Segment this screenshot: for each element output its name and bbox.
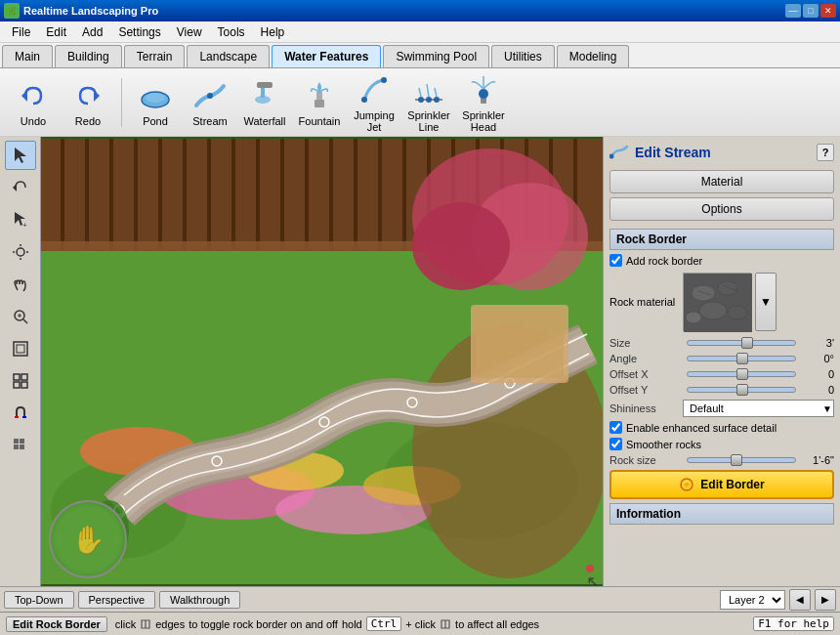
extra-tool[interactable] [5,431,36,460]
pan-tool[interactable] [5,237,36,267]
hand-tool[interactable] [5,270,36,299]
tab-landscape[interactable]: Landscape [187,45,270,67]
offset-x-slider[interactable] [687,371,796,377]
offset-x-thumb[interactable] [736,368,748,380]
stream-button[interactable]: Stream [185,74,235,131]
smoother-checkbox[interactable] [609,438,622,450]
offset-y-value: 0 [800,384,834,396]
svg-rect-9 [316,92,322,100]
svg-point-10 [361,97,367,103]
angle-thumb[interactable] [736,353,748,364]
grid-tool[interactable] [5,366,36,396]
tab-main[interactable]: Main [2,45,53,67]
svg-point-96 [686,312,701,323]
tab-water-features[interactable]: Water Features [272,45,381,67]
size-slider[interactable] [687,340,796,346]
shininess-label: Shininess [609,402,683,414]
svg-point-7 [255,96,271,104]
smoother-checkbox-row[interactable]: Smoother rocks [609,438,834,450]
maximize-button[interactable]: □ [803,4,819,18]
tab-modeling[interactable]: Modeling [557,45,630,67]
select-tool[interactable] [5,141,36,170]
app-icon: 🌿 [4,3,20,19]
shininess-select[interactable]: Default Low Medium High [683,400,834,417]
canvas-area[interactable]: ↖ ✋ [41,137,603,586]
pond-button[interactable]: Pond [130,74,181,131]
layer-select[interactable]: Layer 2 Layer 1 Layer 3 [720,590,785,610]
zoom-tool[interactable] [5,302,36,331]
svg-rect-37 [20,439,24,444]
waterfall-button[interactable]: Waterfall [239,74,290,131]
menu-file[interactable]: File [4,23,38,41]
sprinkler-head-button[interactable]: Sprinkler Head [458,74,509,131]
svg-rect-39 [20,444,24,449]
enhanced-label: Enable enhanced surface detail [626,422,777,434]
fountain-button[interactable]: Fountain [294,74,345,131]
undo-button[interactable]: Undo [8,74,59,131]
options-button[interactable]: Options [609,197,834,221]
rock-material-preview[interactable] [683,273,751,331]
offset-y-thumb[interactable] [736,384,748,396]
offset-y-slider[interactable] [687,387,796,393]
view-top-down[interactable]: Top-Down [4,591,74,609]
rock-size-slider[interactable] [687,457,796,463]
landscape-view: ↖ [41,137,603,586]
view-walkthrough[interactable]: Walkthrough [159,591,240,609]
tab-building[interactable]: Building [55,45,122,67]
rock-size-thumb[interactable] [731,454,742,466]
minimize-button[interactable]: — [785,4,801,18]
svg-rect-44 [61,139,64,251]
jumping-jet-button[interactable]: Jumping Jet [349,74,399,131]
svg-rect-33 [21,382,27,388]
enhanced-checkbox-row[interactable]: Enable enhanced surface detail [609,421,834,434]
tab-utilities[interactable]: Utilities [491,45,555,67]
edges-icon [140,618,151,630]
shininess-row: Shininess Default Low Medium High ▼ [609,400,834,417]
svg-rect-47 [134,139,138,251]
add-point-tool[interactable]: + [5,205,36,234]
svg-line-18 [435,88,437,97]
close-button[interactable]: ✕ [820,4,836,18]
material-button[interactable]: Material [609,170,834,193]
menu-tools[interactable]: Tools [210,23,253,41]
rock-material-dropdown-wrap[interactable]: ▼ [755,273,780,331]
panel-title: Edit Stream [635,145,811,160]
edit-rock-border-status-btn[interactable]: Edit Rock Border [6,616,107,632]
svg-rect-58 [402,139,406,251]
window-controls: — □ ✕ [785,4,836,18]
redo-button[interactable]: Redo [63,74,113,131]
view-perspective[interactable]: Perspective [78,591,155,609]
shininess-dropdown-wrap[interactable]: Default Low Medium High ▼ [683,400,834,417]
svg-point-13 [418,97,424,103]
minimap-icon: ✋ [71,524,105,556]
rock-material-dropdown-btn[interactable]: ▼ [755,273,777,331]
layer-prev-btn[interactable]: ◀ [789,589,811,611]
sprinkler-line-button[interactable]: Sprinkler Line [403,74,454,131]
jumping-jet-icon [357,72,392,107]
magnet-tool[interactable] [5,399,36,428]
panel-help-button[interactable]: ? [817,144,834,161]
undo-tool[interactable] [5,173,36,202]
svg-point-72 [412,202,510,290]
layer-next-btn[interactable]: ▶ [815,589,836,611]
size-thumb[interactable] [741,337,753,349]
enhanced-checkbox[interactable] [609,421,622,434]
menu-settings[interactable]: Settings [110,23,168,41]
tab-swimming-pool[interactable]: Swimming Pool [383,45,489,67]
svg-line-16 [419,88,421,97]
smoother-label: Smoother rocks [626,439,701,450]
add-rock-border-checkbox-row[interactable]: Add rock border [609,254,834,267]
status-affect-label: to affect all edges [455,618,539,630]
toolbar: Undo Redo Pond Stream Waterfall Fountain [0,68,840,137]
menu-edit[interactable]: Edit [38,23,74,41]
menu-help[interactable]: Help [253,23,293,41]
angle-slider[interactable] [687,356,796,361]
edit-border-button[interactable]: Edit Border [609,470,834,499]
frame-tool[interactable] [5,334,36,363]
angle-label: Angle [609,353,683,364]
menu-view[interactable]: View [169,23,210,41]
add-rock-border-checkbox[interactable] [609,254,622,267]
menubar: File Edit Add Settings View Tools Help [0,21,840,43]
tab-terrain[interactable]: Terrain [124,45,186,67]
menu-add[interactable]: Add [74,23,110,41]
